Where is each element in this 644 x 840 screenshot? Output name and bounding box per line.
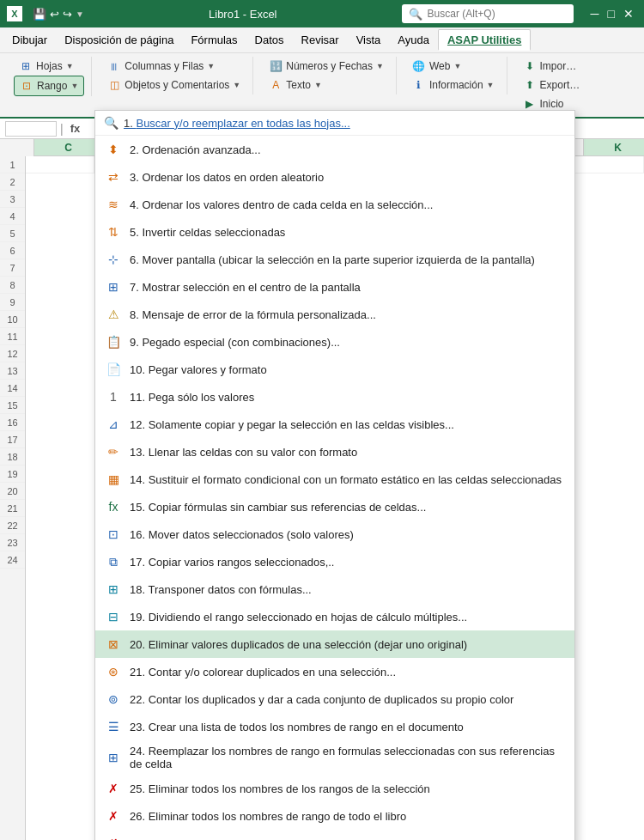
- dropdown-item-2[interactable]: ⬍2. Ordenación avanzada...: [95, 136, 574, 163]
- dropdown-item-3[interactable]: ⇄3. Ordenar los datos en orden aleatorio: [95, 163, 574, 191]
- row-num-10: 10: [0, 311, 25, 328]
- dropdown-item-27[interactable]: ✗27. Eliminar todos los nombres de rango…: [95, 830, 574, 840]
- rango-label: Rango: [37, 80, 67, 92]
- item-icon-4: ≋: [104, 195, 123, 214]
- close-icon[interactable]: ✕: [620, 7, 637, 21]
- dropdown-item-8[interactable]: ⚠8. Mensaje de error de la fórmula perso…: [95, 301, 574, 328]
- dropdown-item-15[interactable]: fx15. Copiar fórmulas sin cambiar sus re…: [95, 493, 574, 520]
- search-bar[interactable]: 🔍: [402, 4, 574, 23]
- cell-k1[interactable]: [575, 156, 644, 173]
- menu-datos[interactable]: Datos: [246, 30, 293, 50]
- search-icon: 🔍: [409, 8, 422, 21]
- menu-dibujar[interactable]: Dibujar: [3, 30, 56, 50]
- item-icon-24: ⊞: [104, 748, 123, 767]
- dropdown-item-9[interactable]: 📋9. Pegado especial (con combinaciones).…: [95, 328, 574, 356]
- menu-bar: Dibujar Disposición de página Fórmulas D…: [0, 27, 644, 53]
- ribbon-btn-export[interactable]: ⬆ Export…: [518, 76, 586, 94]
- dropdown-item-23[interactable]: ☰23. Crear una lista de todos los nombre…: [95, 713, 574, 740]
- ribbon-btn-texto[interactable]: A Texto ▼: [264, 76, 327, 94]
- ribbon: ⊞ Hojas ▼ ⊡ Rango ▼ ⫼ Columnas y Filas ▼…: [0, 53, 644, 119]
- item-icon-10: 📄: [104, 360, 123, 379]
- item-icon-8: ⚠: [104, 305, 123, 324]
- dropdown-item-21[interactable]: ⊛21. Contar y/o colorear duplicados en u…: [95, 658, 574, 685]
- row-numbers: 1 2 3 4 5 6 7 8 9 10 11 12 13 14 15 16 1…: [0, 156, 26, 840]
- dropdown-item-24[interactable]: ⊞24. Reemplazar los nombres de rango en …: [95, 740, 574, 775]
- ribbon-btn-import[interactable]: ⬇ Impor…: [518, 57, 582, 76]
- dropdown-item-6[interactable]: ⊹6. Mover pantalla (ubicar la selección …: [95, 246, 574, 273]
- dropdown-item-26[interactable]: ✗26. Eliminar todos los nombres de rango…: [95, 802, 574, 830]
- dropdown-item-16[interactable]: ⊡16. Mover datos seleccionados (solo val…: [95, 520, 574, 548]
- item-icon-13: ✏: [104, 442, 123, 461]
- cell-c1[interactable]: [26, 156, 94, 173]
- dropdown-item-13[interactable]: ✏13. Llenar las celdas con su valor con …: [95, 438, 574, 466]
- menu-revisar[interactable]: Revisar: [293, 30, 348, 50]
- row-num-3: 3: [0, 191, 25, 208]
- row-num-23: 23: [0, 534, 25, 551]
- row-num-14: 14: [0, 380, 25, 397]
- web-label: Web: [429, 60, 450, 72]
- dropdown-item-12[interactable]: ⊿12. Solamente copiar y pegar la selecci…: [95, 411, 574, 438]
- dropdown-search-row[interactable]: 🔍 1. Buscar y/o reemplazar en todas las …: [95, 111, 574, 136]
- dropdown-arrow-icon[interactable]: ▼: [76, 9, 84, 19]
- dropdown-item-10[interactable]: 📄10. Pegar valores y formato: [95, 356, 574, 383]
- item-text-12: 12. Solamente copiar y pegar la selecció…: [130, 418, 454, 431]
- row-num-4: 4: [0, 208, 25, 225]
- item-text-9: 9. Pegado especial (con combinaciones)..…: [130, 336, 340, 349]
- quick-access: 💾 ↩ ↪ ▼: [33, 8, 84, 21]
- item-text-6: 6. Mover pantalla (ubicar la selección e…: [130, 253, 535, 266]
- item-text-24: 24. Reemplazar los nombres de rango en f…: [130, 745, 566, 770]
- dropdown-item-25[interactable]: ✗25. Eliminar todos los nombres de los r…: [95, 775, 574, 802]
- objetos-chevron: ▼: [233, 81, 240, 89]
- dropdown-search-icon: 🔍: [104, 116, 118, 130]
- dropdown-item-20[interactable]: ⊠20. Eliminar valores duplicados de una …: [95, 630, 574, 658]
- menu-disposicion[interactable]: Disposición de página: [56, 30, 182, 50]
- dropdown-item-14[interactable]: ▦14. Sustituir el formato condicional co…: [95, 466, 574, 493]
- search-input[interactable]: [428, 8, 567, 20]
- item-icon-3: ⇄: [104, 167, 123, 186]
- item-icon-20: ⊠: [104, 635, 123, 654]
- dropdown-item-11[interactable]: 111. Pega sólo los valores: [95, 383, 574, 411]
- dropdown-item-5[interactable]: ⇅5. Invertir celdas seleccionadas: [95, 218, 574, 246]
- menu-asap-utilities[interactable]: ASAP Utilities: [438, 29, 531, 51]
- dropdown-item-7[interactable]: ⊞7. Mostrar selección en el centro de la…: [95, 273, 574, 301]
- row-num-9: 9: [0, 294, 25, 311]
- item-text-2: 2. Ordenación avanzada...: [130, 143, 261, 156]
- menu-ayuda[interactable]: Ayuda: [389, 30, 438, 50]
- cell-reference-box[interactable]: [5, 121, 57, 137]
- ribbon-btn-rango[interactable]: ⊡ Rango ▼: [14, 76, 84, 96]
- dropdown-item-17[interactable]: ⧉17. Copiar varios rangos seleccionados,…: [95, 548, 574, 575]
- dropdown-item-18[interactable]: ⊞18. Transponer datos con fórmulas...: [95, 575, 574, 603]
- row-num-17: 17: [0, 431, 25, 448]
- ribbon-btn-informacion[interactable]: ℹ Información ▼: [407, 76, 500, 94]
- col-header-k: K: [584, 139, 644, 155]
- ribbon-btn-hojas[interactable]: ⊞ Hojas ▼: [14, 57, 79, 76]
- dropdown-search-label[interactable]: 1. Buscar y/o reemplazar en todas las ho…: [124, 117, 350, 130]
- menu-formulas[interactable]: Fórmulas: [182, 30, 246, 50]
- ribbon-btn-web[interactable]: 🌐 Web ▼: [407, 57, 466, 76]
- ribbon-btn-numeros[interactable]: 🔢 Números y Fechas ▼: [264, 57, 389, 76]
- item-icon-14: ▦: [104, 470, 123, 489]
- ribbon-btn-objetos[interactable]: ◫ Objetos y Comentarios ▼: [102, 76, 246, 94]
- item-icon-18: ⊞: [104, 580, 123, 599]
- save-icon[interactable]: 💾: [33, 8, 46, 21]
- row-num-15: 15: [0, 397, 25, 414]
- info-label: Información: [429, 79, 483, 91]
- dropdown-item-22[interactable]: ⊚22. Contar los duplicados y dar a cada …: [95, 685, 574, 713]
- title-bar: X 💾 ↩ ↪ ▼ Libro1 - Excel 🔍 ─ □ ✕: [0, 0, 644, 27]
- undo-icon[interactable]: ↩: [50, 8, 59, 21]
- menu-vista[interactable]: Vista: [348, 30, 390, 50]
- maximize-icon[interactable]: □: [605, 7, 618, 21]
- row-num-22: 22: [0, 517, 25, 534]
- redo-icon[interactable]: ↪: [63, 8, 72, 21]
- item-text-26: 26. Eliminar todos los nombres de rango …: [130, 810, 406, 823]
- dropdown-item-4[interactable]: ≋4. Ordenar los valores dentro de cada c…: [95, 191, 574, 218]
- export-label: Export…: [540, 79, 580, 91]
- dropdown-item-19[interactable]: ⊟19. Dividiendo el rango seleccionado en…: [95, 603, 574, 630]
- ribbon-btn-columnas[interactable]: ⫼ Columnas y Filas ▼: [102, 57, 220, 76]
- inicio-icon: ▶: [523, 97, 537, 111]
- dropdown-menu: 🔍 1. Buscar y/o reemplazar en todas las …: [94, 110, 575, 840]
- minimize-icon[interactable]: ─: [587, 7, 603, 21]
- fx-label: fx: [70, 122, 81, 135]
- hojas-label: Hojas: [36, 60, 63, 72]
- item-text-13: 13. Llenar las celdas con su valor con f…: [130, 446, 357, 459]
